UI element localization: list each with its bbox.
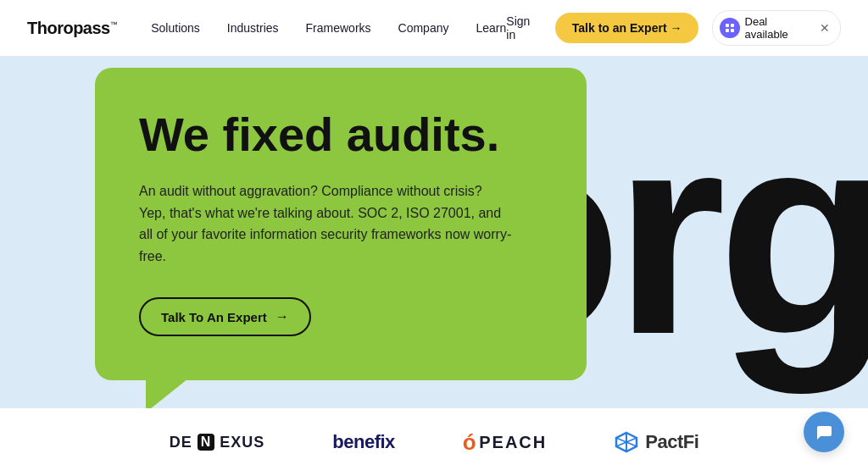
hero-section: org We fixed audits. An audit without ag… [0,57,868,408]
logo-peach: ó PEACH [463,431,547,453]
speech-card: We fixed audits. An audit without aggrav… [95,68,587,381]
logo-pactfi: PactFi [615,431,698,453]
svg-rect-1 [731,24,734,27]
cta-label: Talk To An Expert [161,310,267,324]
nav-learn[interactable]: Learn [476,21,506,35]
hero-title: We fixed audits. [139,108,542,161]
navbar-left: Thoropass™ Solutions Industries Framewor… [27,19,506,38]
arrow-icon: → [275,309,289,324]
logo-benefix: benefix [332,431,395,453]
hero-subtitle: An audit without aggravation? Compliance… [139,180,512,267]
denexus-text-1: DE [170,434,192,451]
nav-links: Solutions Industries Frameworks Company … [151,21,506,35]
denexus-text-2: EXUS [220,434,264,451]
pactfi-icon [615,431,638,453]
deal-label: Deal available [745,15,811,41]
chat-button[interactable] [804,412,844,452]
nav-industries[interactable]: Industries [227,21,279,35]
hero-cta-button[interactable]: Talk To An Expert → [139,297,311,336]
signin-link[interactable]: Sign in [506,14,541,42]
deal-icon [720,18,739,38]
denexus-n: N [198,434,215,451]
nav-solutions[interactable]: Solutions [151,21,200,35]
logo[interactable]: Thoropass™ [27,19,117,38]
navbar: Thoropass™ Solutions Industries Framewor… [0,0,868,57]
logos-section: DE N EXUS benefix ó PEACH PactFi [0,408,868,476]
nav-company[interactable]: Company [398,21,449,35]
logo-text: Thoropass [27,19,110,37]
peach-icon: ó [463,431,476,453]
pactfi-text: PactFi [645,431,698,453]
logo-tm: ™ [110,20,118,29]
peach-text: PEACH [479,433,547,452]
navbar-right: Sign in Talk to an Expert → Deal availab… [506,10,841,46]
logo-denexus: DE N EXUS [170,434,265,451]
benefix-text: benefix [332,431,395,453]
deal-close-button[interactable]: ✕ [820,21,830,35]
svg-rect-3 [731,29,734,32]
talk-to-expert-button[interactable]: Talk to an Expert → [555,13,699,43]
deal-badge: Deal available ✕ [712,10,841,46]
chat-icon [815,423,833,441]
nav-frameworks[interactable]: Frameworks [306,21,371,35]
svg-rect-0 [726,24,729,27]
svg-rect-2 [726,29,729,32]
